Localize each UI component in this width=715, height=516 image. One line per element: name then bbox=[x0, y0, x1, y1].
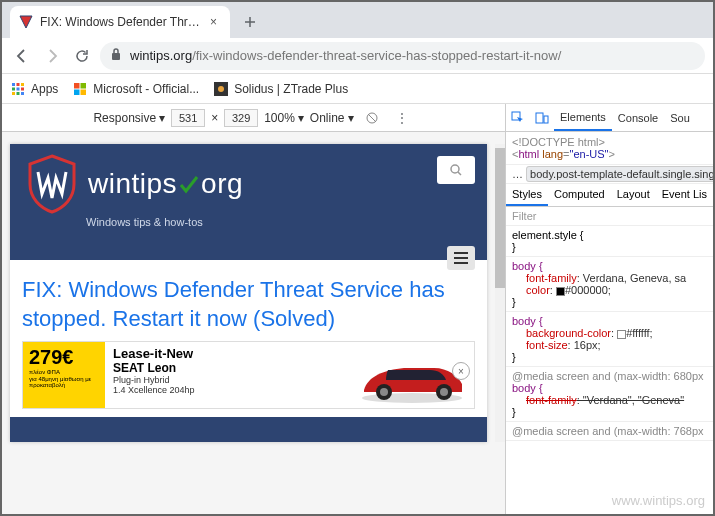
site-header: wintipsorg Windows tips & how-tos bbox=[10, 144, 487, 260]
rendered-page[interactable]: wintipsorg Windows tips & how-tos FIX: W… bbox=[10, 144, 487, 442]
computed-tab[interactable]: Computed bbox=[548, 184, 611, 206]
dom-html-tag: <html lang="en-US"> bbox=[512, 148, 707, 160]
dom-doctype: <!DOCTYPE html> bbox=[512, 136, 707, 148]
devtools-styles-pane: <!DOCTYPE html> <html lang="en-US"> … bo… bbox=[505, 132, 713, 514]
new-tab-button[interactable] bbox=[236, 8, 264, 36]
omnibox-url: wintips.org/fix-windows-defender-threat-… bbox=[130, 48, 561, 63]
chevron-down-icon: ▾ bbox=[298, 111, 304, 125]
check-icon bbox=[177, 172, 201, 196]
svg-rect-9 bbox=[21, 92, 24, 95]
viewport-height-input[interactable]: 329 bbox=[224, 109, 258, 127]
bookmarks-bar: Apps Microsoft - Official... Solidus | Z… bbox=[2, 74, 713, 104]
ad-price-block: 279€ πλέον ΦΠΑ για 48μηνη μίσθωση με προ… bbox=[23, 342, 105, 408]
svg-rect-10 bbox=[74, 83, 80, 89]
apps-label: Apps bbox=[31, 82, 58, 96]
bookmark-microsoft[interactable]: Microsoft - Official... bbox=[72, 81, 199, 97]
ad-subtitle: 1.4 Xcellence 204hp bbox=[113, 385, 336, 395]
dom-tree[interactable]: <!DOCTYPE html> <html lang="en-US"> bbox=[506, 132, 713, 164]
ad-subtitle: Plug-in Hybrid bbox=[113, 375, 336, 385]
forward-button[interactable] bbox=[40, 44, 64, 68]
styles-subtabs: Styles Computed Layout Event Lis bbox=[506, 184, 713, 207]
svg-rect-6 bbox=[21, 87, 24, 90]
viewport-width-input[interactable]: 531 bbox=[171, 109, 205, 127]
apps-icon bbox=[10, 81, 26, 97]
svg-rect-1 bbox=[12, 83, 15, 86]
browser-tab[interactable]: FIX: Windows Defender Threat Se × bbox=[10, 6, 230, 38]
css-rule[interactable]: body { font-family: Verdana, Geneva, sa … bbox=[506, 257, 713, 312]
svg-point-15 bbox=[218, 86, 224, 92]
device-dropdown[interactable]: Responsive ▾ bbox=[93, 111, 165, 125]
bookmark-label: Microsoft - Official... bbox=[93, 82, 199, 96]
svg-rect-7 bbox=[12, 92, 15, 95]
lock-icon bbox=[110, 47, 122, 64]
site-logo-text: wintipsorg bbox=[88, 168, 243, 200]
tab-title: FIX: Windows Defender Threat Se bbox=[40, 15, 204, 29]
svg-rect-2 bbox=[17, 83, 20, 86]
article-title: FIX: Windows Defender Threat Service has… bbox=[22, 276, 475, 333]
browser-tab-strip: FIX: Windows Defender Threat Se × bbox=[2, 2, 713, 38]
css-rule[interactable]: body { background-color: #ffffff; font-s… bbox=[506, 312, 713, 367]
css-rule[interactable]: @media screen and (max-width: 768px bbox=[506, 422, 713, 441]
inspect-icon[interactable] bbox=[506, 111, 530, 125]
reload-button[interactable] bbox=[70, 44, 94, 68]
css-rule[interactable]: @media screen and (max-width: 680px body… bbox=[506, 367, 713, 422]
hamburger-menu[interactable] bbox=[447, 246, 475, 270]
apps-shortcut[interactable]: Apps bbox=[10, 81, 58, 97]
dom-breadcrumb[interactable]: … body.post-template-default.single.sing bbox=[506, 164, 713, 184]
svg-rect-11 bbox=[81, 83, 87, 89]
bookmark-label: Solidus | ZTrade Plus bbox=[234, 82, 348, 96]
omnibox[interactable]: wintips.org/fix-windows-defender-threat-… bbox=[100, 42, 705, 70]
tab-favicon bbox=[18, 14, 34, 30]
zoom-dropdown[interactable]: 100% ▾ bbox=[264, 111, 304, 125]
microsoft-icon bbox=[72, 81, 88, 97]
watermark: www.wintips.org bbox=[612, 493, 705, 508]
svg-rect-13 bbox=[81, 89, 87, 95]
ad-lease-term: για 48μηνη μίσθωση με προκαταβολή bbox=[29, 376, 99, 389]
site-logo-icon bbox=[26, 154, 78, 214]
site-tagline: Windows tips & how-tos bbox=[86, 216, 471, 228]
css-rule[interactable]: element.style { } bbox=[506, 226, 713, 257]
svg-rect-12 bbox=[74, 89, 80, 95]
ad-vat: πλέον ΦΠΑ bbox=[29, 369, 99, 376]
svg-rect-0 bbox=[112, 53, 120, 60]
responsive-preview: wintipsorg Windows tips & how-tos FIX: W… bbox=[2, 132, 505, 514]
bookmark-solidus[interactable]: Solidus | ZTrade Plus bbox=[213, 81, 348, 97]
events-tab[interactable]: Event Lis bbox=[656, 184, 713, 206]
elements-tab[interactable]: Elements bbox=[554, 104, 612, 131]
article-body: FIX: Windows Defender Threat Service has… bbox=[10, 260, 487, 417]
svg-rect-5 bbox=[17, 87, 20, 90]
tab-close-icon[interactable]: × bbox=[210, 15, 222, 29]
ad-price: 279€ bbox=[29, 346, 99, 369]
svg-point-25 bbox=[440, 388, 448, 396]
main-area: wintipsorg Windows tips & how-tos FIX: W… bbox=[2, 132, 713, 514]
site-search[interactable] bbox=[437, 156, 475, 184]
devtools-more-icon[interactable]: ⋮ bbox=[390, 111, 414, 125]
ad-model: SEAT Leon bbox=[113, 361, 336, 375]
svg-rect-19 bbox=[544, 116, 548, 123]
chevron-down-icon: ▾ bbox=[348, 111, 354, 125]
layout-tab[interactable]: Layout bbox=[611, 184, 656, 206]
throttle-dropdown[interactable]: Online ▾ bbox=[310, 111, 354, 125]
ad-headline: Lease-it-New bbox=[113, 346, 336, 361]
back-button[interactable] bbox=[10, 44, 34, 68]
hamburger-icon bbox=[453, 252, 469, 264]
svg-rect-4 bbox=[12, 87, 15, 90]
device-toggle-icon[interactable] bbox=[530, 111, 554, 125]
devtools-device-toolbar: Responsive ▾ 531 × 329 100% ▾ Online ▾ ⋮… bbox=[2, 104, 713, 132]
svg-point-20 bbox=[451, 165, 459, 173]
console-tab[interactable]: Console bbox=[612, 104, 664, 131]
devtools-panel-tabs: Elements Console Sou bbox=[505, 104, 713, 131]
styles-filter[interactable]: Filter bbox=[506, 207, 713, 226]
chevron-down-icon: ▾ bbox=[159, 111, 165, 125]
styles-tab[interactable]: Styles bbox=[506, 184, 548, 206]
sources-tab[interactable]: Sou bbox=[664, 104, 696, 131]
svg-rect-3 bbox=[21, 83, 24, 86]
svg-rect-18 bbox=[536, 113, 543, 123]
preview-scrollbar[interactable] bbox=[495, 144, 505, 442]
ad-banner[interactable]: 279€ πλέον ΦΠΑ για 48μηνη μίσθωση με προ… bbox=[22, 341, 475, 409]
solidus-icon bbox=[213, 81, 229, 97]
svg-point-23 bbox=[380, 388, 388, 396]
ad-text: Lease-it-New SEAT Leon Plug-in Hybrid 1.… bbox=[105, 342, 344, 408]
ad-image: × bbox=[344, 342, 474, 408]
rotate-icon[interactable] bbox=[360, 111, 384, 125]
